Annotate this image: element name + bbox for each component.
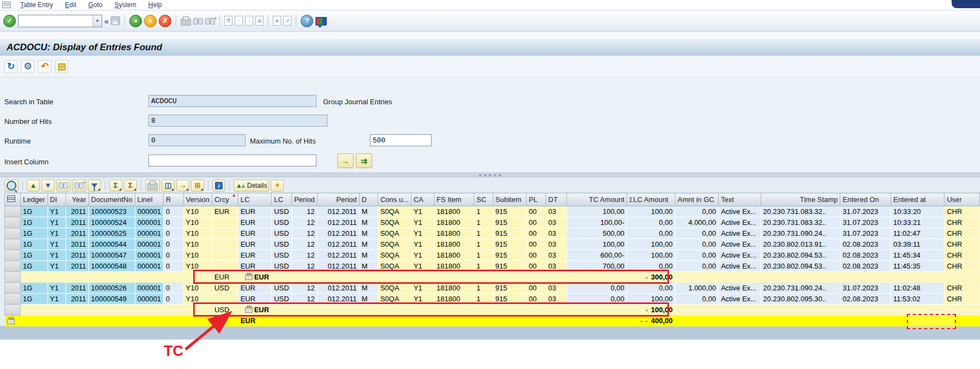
cell-lc1[interactable]: EUR xyxy=(238,239,271,250)
cell-dt[interactable] xyxy=(546,272,566,283)
cell-sc[interactable]: 1 xyxy=(474,239,493,250)
cell-r[interactable]: 0 xyxy=(164,217,183,228)
cell-lc2[interactable]: USD xyxy=(272,283,292,294)
cell-gcamt[interactable]: 0,00 xyxy=(675,228,718,239)
cell-version[interactable]: Y10 xyxy=(183,228,212,239)
cell-crcy[interactable] xyxy=(212,294,238,305)
cell-pl[interactable]: 00 xyxy=(526,239,546,250)
cell-pl[interactable] xyxy=(526,272,546,283)
cell-gcamt[interactable] xyxy=(675,305,718,316)
drilldown-icon[interactable] xyxy=(7,319,15,324)
cell-lc1[interactable]: EUR xyxy=(238,261,271,272)
up-icon[interactable]: ∧ xyxy=(144,15,157,27)
back-icon[interactable]: « xyxy=(129,15,142,27)
cell-ca[interactable]: Y1 xyxy=(411,283,434,294)
cell-dt[interactable] xyxy=(546,316,566,326)
cell-ledger[interactable]: 1G xyxy=(21,294,47,305)
cell-user[interactable] xyxy=(945,272,980,283)
save-icon[interactable] xyxy=(111,16,120,25)
cell-lc2[interactable] xyxy=(272,316,292,326)
cell-gcamt[interactable]: 0,00 xyxy=(675,239,718,250)
cell-gcamt[interactable]: 0,00 xyxy=(675,206,718,217)
cell-user[interactable]: CHR xyxy=(945,228,980,239)
cell-crcy[interactable] xyxy=(212,239,238,250)
cell-enteredon[interactable]: 31.07.2023 xyxy=(840,228,891,239)
cell-linei[interactable]: 000001 xyxy=(135,294,163,305)
insert-column-field[interactable] xyxy=(148,154,316,166)
cell-crcy[interactable]: EUR xyxy=(212,206,238,217)
cell-tcamt[interactable]: 100,00 xyxy=(566,206,627,217)
col-header-enteredat[interactable]: Entered at xyxy=(891,193,944,206)
col-header-ledger[interactable]: Ledger xyxy=(21,193,47,206)
cell-docno[interactable]: 100000547 xyxy=(88,250,135,261)
cell-lcamt[interactable]: 0,00 xyxy=(627,228,675,239)
cell-di[interactable]: Y1 xyxy=(47,261,65,272)
menu-system[interactable]: System xyxy=(109,1,142,9)
cell-crcy[interactable]: EUR xyxy=(212,272,238,283)
views-button[interactable]: ◫ xyxy=(162,180,175,192)
cell-tcamt[interactable]: 500,00 xyxy=(566,228,627,239)
cell-dt[interactable]: 03 xyxy=(546,294,566,305)
cell-enteredat[interactable]: 11:02:48 xyxy=(891,283,944,294)
cell-ledger[interactable]: 1G xyxy=(21,283,47,294)
cell-linei[interactable] xyxy=(135,272,163,283)
cell-year[interactable]: 2011 xyxy=(65,294,88,305)
cell-r[interactable]: 0 xyxy=(164,250,183,261)
cell-docno[interactable]: 100000526 xyxy=(88,283,135,294)
cell-subitem[interactable]: 915 xyxy=(493,261,526,272)
cell-version[interactable]: Y10 xyxy=(183,250,212,261)
cell-lc2[interactable]: USD xyxy=(272,261,292,272)
cell-tcamt[interactable] xyxy=(566,316,627,326)
cell-enteredon[interactable] xyxy=(840,316,891,326)
cell-linei[interactable]: 000001 xyxy=(135,217,163,228)
cell-di[interactable]: Y1 xyxy=(47,206,65,217)
cell-period2[interactable]: 012.2011 xyxy=(317,250,359,261)
cell-sc[interactable]: 1 xyxy=(474,250,493,261)
cell-r[interactable]: 0 xyxy=(164,239,183,250)
cell-text[interactable] xyxy=(719,305,761,316)
max-hits-field[interactable] xyxy=(370,134,432,146)
new-session-icon[interactable]: ∗ xyxy=(273,16,281,26)
cell-version[interactable]: Y10 xyxy=(183,294,212,305)
cell-di[interactable] xyxy=(47,272,65,283)
cell-pl[interactable]: 00 xyxy=(526,283,546,294)
cell-period1[interactable]: 12 xyxy=(292,294,318,305)
select-all-header[interactable] xyxy=(5,193,21,206)
cell-user[interactable]: CHR xyxy=(945,294,980,305)
cell-pl[interactable]: 00 xyxy=(526,228,546,239)
col-header-tcamt[interactable]: TC Amount xyxy=(566,193,627,206)
cell-dt[interactable] xyxy=(546,305,566,316)
cell-version[interactable]: Y10 xyxy=(183,217,212,228)
cell-enteredat[interactable]: 11:53:02 xyxy=(891,294,944,305)
cell-lcamt[interactable]: 100,00 xyxy=(627,206,675,217)
cell-version[interactable] xyxy=(183,272,212,283)
cell-version[interactable]: Y10 xyxy=(183,283,212,294)
col-header-docno[interactable]: DocumentNo xyxy=(88,193,135,206)
col-header-linei[interactable]: LineI xyxy=(135,193,163,206)
row-select-cell[interactable] xyxy=(5,239,21,250)
cell-ca[interactable]: Y1 xyxy=(411,217,434,228)
cell-lc1[interactable]: EUR xyxy=(238,272,271,283)
cell-gcamt[interactable] xyxy=(675,272,718,283)
cell-linei[interactable]: 000001 xyxy=(135,283,163,294)
cell-lc1[interactable]: EUR xyxy=(238,206,271,217)
cell-timestamp[interactable]: 20.230.802.095.30.. xyxy=(761,294,840,305)
col-header-fsitem[interactable]: FS Item xyxy=(434,193,474,206)
cell-lcamt[interactable]: 0,00 xyxy=(627,283,675,294)
cell-gcamt[interactable]: 4.000,00 xyxy=(675,217,718,228)
cell-timestamp[interactable]: 20.230.802.094.53.. xyxy=(761,261,840,272)
cell-enteredat[interactable]: 11:45:34 xyxy=(891,250,944,261)
cell-user[interactable] xyxy=(945,305,980,316)
cell-consu[interactable] xyxy=(378,305,411,316)
cell-period2[interactable]: 012.2011 xyxy=(317,228,359,239)
number-of-hits-field[interactable] xyxy=(148,115,327,127)
cell-tcamt[interactable]: 700,00 xyxy=(566,261,627,272)
cell-enteredon[interactable]: 31.07.2023 xyxy=(840,217,891,228)
cell-r[interactable]: 0 xyxy=(164,294,183,305)
cell-tcamt[interactable] xyxy=(566,305,627,316)
cell-lcamt[interactable]: 100,00 xyxy=(627,239,675,250)
runtime-field[interactable] xyxy=(148,134,246,146)
cell-period1[interactable]: 12 xyxy=(292,239,318,250)
cell-consu[interactable]: S0QA xyxy=(378,294,411,305)
cell-enteredat[interactable]: 11:02:47 xyxy=(891,228,944,239)
